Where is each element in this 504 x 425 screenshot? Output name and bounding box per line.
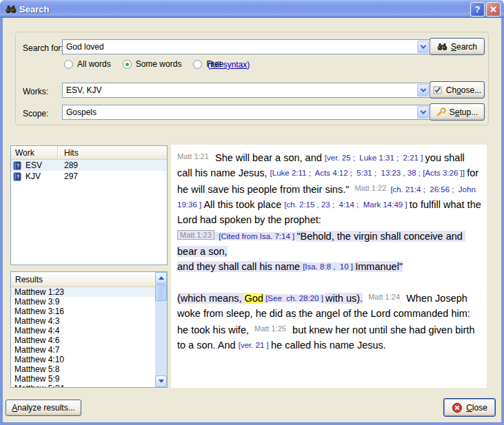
work-cell: ESV (11, 160, 58, 170)
radio-button-icon[interactable] (123, 60, 132, 69)
verse-reference: Matt 1:23 (177, 230, 214, 240)
verse-text-segment: God (245, 293, 263, 304)
verse-reference: Matt 1:22 (354, 184, 390, 192)
cross-reference-link[interactable]: [Luke 2:11 ; Acts 4:12 ; 5:31 ; 13:23 , … (270, 169, 467, 177)
full-syntax-link-text[interactable]: full syntax (210, 60, 247, 70)
result-item[interactable]: Matthew 5:9 (11, 374, 155, 384)
result-item[interactable]: Matthew 4:10 (11, 355, 155, 364)
verse-text-segment: All this took place (203, 199, 284, 210)
result-item[interactable]: Matthew 4:6 (11, 335, 155, 345)
setup-button-label: Setup... (450, 107, 478, 117)
cross-reference-link[interactable]: [Isa. 8:8 , 10 ] (303, 262, 355, 271)
result-item[interactable]: Matthew 5:8 (11, 364, 155, 374)
hits-table-body: ESV289 KJV297 (11, 160, 167, 182)
scroll-down-button[interactable] (155, 375, 167, 387)
setup-button[interactable]: Setup... (430, 103, 485, 121)
scope-dropdown-button[interactable] (417, 106, 429, 118)
hits-table-row[interactable]: KJV297 (11, 171, 167, 182)
result-item[interactable]: Matthew 4:7 (11, 345, 155, 355)
results-scrollbar[interactable] (155, 272, 167, 387)
search-button-label: Search (451, 42, 477, 52)
binoculars-icon (437, 43, 447, 51)
result-item[interactable]: Matthew 3:9 (11, 297, 155, 307)
titlebar[interactable]: Search ? (0, 0, 504, 18)
result-item[interactable]: Matthew 3:16 (11, 307, 155, 316)
choose-button[interactable]: Choose... (430, 81, 485, 99)
column-header-work[interactable]: Work (11, 146, 58, 159)
scope-label: Scope: (23, 109, 48, 118)
works-value[interactable]: ESV, KJV (63, 85, 416, 95)
book-icon (13, 161, 22, 170)
x-icon (490, 6, 497, 13)
verse-text-segment: with us). (325, 293, 363, 304)
work-name: KJV (26, 172, 41, 181)
works-label: Works: (23, 87, 48, 96)
results-header-label: Results (15, 275, 43, 284)
cross-reference-link[interactable]: [Cited from Isa. 7:14 ] (214, 232, 297, 240)
radio-button-icon[interactable] (64, 60, 73, 69)
results-panel: Results Matthew 1:23Matthew 3:9Matthew 3… (10, 271, 168, 388)
verse-text-segment: (which means, (177, 293, 245, 304)
wrench-icon (436, 107, 446, 116)
result-item[interactable]: Matthew 1:23 (11, 287, 155, 297)
window-title: Search (19, 4, 469, 14)
result-item[interactable]: Matthew 5:34 (11, 384, 155, 387)
scroll-up-button[interactable] (155, 272, 167, 284)
cross-reference-link[interactable]: [ver. 21 ] (239, 341, 271, 349)
verse-reference: Matt 1:24 (368, 293, 406, 301)
search-button[interactable]: Search (430, 38, 485, 55)
full-syntax-close-paren: ) (247, 60, 250, 70)
result-item[interactable]: Matthew 4:3 (11, 316, 155, 326)
work-name: ESV (26, 160, 42, 170)
titlebar-close-button[interactable] (486, 2, 501, 17)
radio-some-words[interactable]: Some words (123, 59, 182, 69)
search-for-combobox[interactable]: God loved (62, 39, 430, 54)
search-for-dropdown-button[interactable] (417, 41, 429, 53)
book-icon (13, 172, 22, 181)
work-cell: KJV (11, 172, 58, 181)
cross-reference-link[interactable]: [See ch. 28:20 ] (263, 294, 325, 302)
results-header[interactable]: Results (11, 272, 155, 287)
cross-reference-link[interactable]: [ch. 2:15 , 23 ; 4:14 ; Mark 14:49 ] (284, 200, 410, 209)
close-circle-icon (452, 402, 463, 413)
radio-all-words[interactable]: All words (64, 59, 111, 69)
question-icon: ? (475, 4, 481, 14)
close-button-label: Close (466, 403, 487, 413)
verse-text-segment: and they shall call his name (177, 261, 303, 272)
help-button[interactable]: ? (470, 2, 485, 17)
works-dropdown-button[interactable] (417, 84, 429, 96)
scroll-thumb[interactable] (155, 284, 167, 301)
verse-text: Matt 1:21 She will bear a son, and [ver.… (171, 145, 487, 388)
triangle-up-icon (159, 276, 164, 280)
close-button[interactable]: Close (443, 398, 496, 417)
result-item[interactable]: Matthew 4:4 (11, 326, 155, 335)
chevron-down-icon (420, 108, 425, 114)
binoculars-icon (6, 5, 17, 14)
hits-table-row[interactable]: ESV289 (11, 160, 167, 171)
analyze-results-button[interactable]: Analyze results... (6, 400, 81, 416)
results-list: Matthew 1:23Matthew 3:9Matthew 3:16Matth… (11, 287, 155, 387)
radio-label: All words (77, 59, 111, 69)
dialog-body: Search for: God loved Search All wordsSo… (3, 18, 501, 422)
column-header-hits[interactable]: Hits (58, 148, 79, 158)
choose-button-label: Choose... (446, 85, 481, 95)
scope-value[interactable]: Gospels (63, 107, 416, 117)
verse-text-segment: She will bear a son, and (215, 152, 325, 163)
hits-table-header[interactable]: Work Hits (11, 146, 167, 160)
verse-text-segment: Immanuel" (355, 261, 403, 272)
hits-table: Work Hits ESV289 KJV297 (10, 145, 168, 265)
radio-button-icon[interactable] (193, 60, 202, 69)
hit-count: 289 (58, 160, 78, 170)
verse-reference: Matt 1:25 (254, 324, 292, 333)
analyze-results-label: Analyze results... (12, 403, 74, 413)
full-syntax-link[interactable]: (full syntax) (208, 60, 250, 70)
check-icon (433, 85, 443, 94)
scope-combobox[interactable]: Gospels (62, 105, 430, 120)
hit-count: 297 (58, 172, 78, 181)
verse-text-segment (363, 293, 368, 304)
cross-reference-link[interactable]: [ver. 25 ; Luke 1:31 ; 2:21 ] (325, 154, 425, 162)
chevron-down-icon (420, 43, 425, 48)
verse-text-segment: he called his name Jesus. (271, 340, 386, 351)
works-combobox[interactable]: ESV, KJV (62, 83, 430, 98)
search-for-value[interactable]: God loved (63, 42, 416, 52)
